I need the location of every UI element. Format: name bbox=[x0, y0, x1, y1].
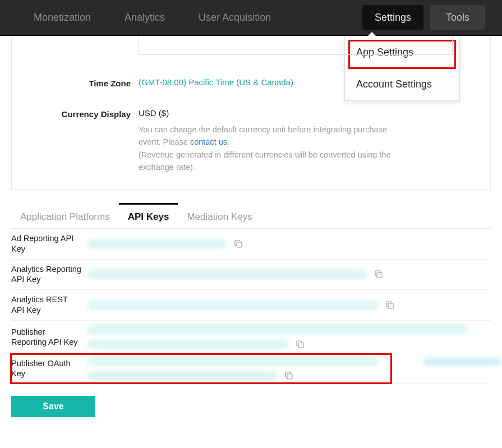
contact-us-link[interactable]: contact us bbox=[190, 137, 227, 146]
svg-rect-7 bbox=[298, 343, 303, 348]
key-label: Analytics REST API Key bbox=[11, 294, 87, 316]
nav-settings[interactable]: Settings bbox=[362, 5, 423, 30]
nav-tools[interactable]: Tools bbox=[430, 5, 485, 30]
key-row-ad-reporting: Ad Reporting API Key bbox=[11, 229, 491, 260]
key-row-analytics-reporting: Analytics Reporting API Key bbox=[11, 260, 491, 290]
key-label: Publisher Reporting API Key bbox=[11, 327, 87, 348]
currency-desc-text-2: . bbox=[227, 137, 229, 146]
copy-icon[interactable] bbox=[374, 270, 383, 279]
svg-rect-3 bbox=[377, 273, 382, 278]
currency-row: Currency Display USD ($) You can change … bbox=[12, 98, 490, 190]
key-value-blurred bbox=[87, 269, 367, 279]
copy-icon[interactable] bbox=[284, 371, 293, 380]
key-row-analytics-rest: Analytics REST API Key bbox=[11, 290, 491, 321]
blurred-text bbox=[423, 358, 502, 366]
key-value-blurred bbox=[87, 325, 468, 335]
tab-mediation-keys[interactable]: Mediation Keys bbox=[178, 205, 261, 228]
time-zone-value[interactable]: (GMT-08:00) Pacific Time (US & Canada) bbox=[139, 77, 490, 88]
key-value-blurred bbox=[87, 339, 289, 349]
key-value-blurred bbox=[87, 356, 379, 366]
key-value-blurred bbox=[87, 371, 278, 381]
save-button[interactable]: Save bbox=[11, 396, 95, 417]
top-nav: Monetization Analytics User Acquisition … bbox=[0, 0, 502, 36]
key-row-publisher-oauth: Publisher OAuth Key bbox=[11, 354, 491, 384]
key-label: Analytics Reporting API Key bbox=[11, 264, 87, 285]
text-input[interactable] bbox=[139, 36, 453, 55]
svg-rect-9 bbox=[287, 374, 292, 379]
currency-desc-text-3: (Revenue generated in different currenci… bbox=[139, 150, 391, 172]
nav-analytics[interactable]: Analytics bbox=[108, 0, 182, 35]
form-area: Time Zone (GMT-08:00) Pacific Time (US &… bbox=[11, 36, 491, 190]
time-zone-row: Time Zone (GMT-08:00) Pacific Time (US &… bbox=[12, 55, 490, 98]
currency-description: You can change the default currency unit… bbox=[139, 118, 397, 174]
copy-icon[interactable] bbox=[296, 340, 305, 349]
key-value-blurred bbox=[87, 239, 227, 249]
tab-application-platforms[interactable]: Application Platforms bbox=[11, 205, 119, 228]
currency-value-block: USD ($) You can change the default curre… bbox=[139, 108, 490, 174]
currency-desc-text-1: You can change the default currency unit… bbox=[139, 125, 387, 146]
nav-monetization[interactable]: Monetization bbox=[17, 0, 108, 35]
key-label: Ad Reporting API Key bbox=[11, 233, 87, 255]
copy-icon[interactable] bbox=[385, 301, 394, 310]
svg-rect-5 bbox=[388, 303, 393, 308]
tab-api-keys[interactable]: API Keys bbox=[119, 203, 178, 228]
key-label: Publisher OAuth Key bbox=[11, 358, 87, 380]
key-value-blurred bbox=[87, 300, 379, 310]
nav-user-acquisition[interactable]: User Acquisition bbox=[182, 0, 288, 35]
api-keys-list: Ad Reporting API Key Analytics Reporting… bbox=[11, 229, 491, 384]
tabs: Application Platforms API Keys Mediation… bbox=[11, 205, 491, 229]
svg-rect-1 bbox=[237, 242, 242, 247]
copy-icon[interactable] bbox=[234, 239, 243, 248]
key-row-publisher-reporting: Publisher Reporting API Key bbox=[11, 321, 491, 354]
time-zone-label: Time Zone bbox=[12, 77, 139, 88]
page-content: Time Zone (GMT-08:00) Pacific Time (US &… bbox=[0, 36, 502, 417]
currency-label: Currency Display bbox=[12, 108, 139, 174]
currency-value: USD ($) bbox=[139, 108, 490, 118]
